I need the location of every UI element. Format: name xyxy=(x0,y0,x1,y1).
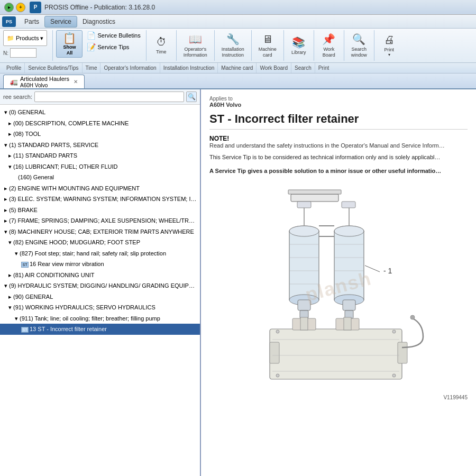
tree-item-82[interactable]: ▾ (82) ENGINE HOOD; MUDGUARD; FOOT STEP xyxy=(0,237,200,248)
tree-item-827[interactable]: ▾ (827) Foot step; stair; hand rail; saf… xyxy=(0,248,200,259)
svg-point-34 xyxy=(392,330,396,333)
library-group: 📚 Library xyxy=(287,30,314,61)
tl-work-board: Work Board xyxy=(257,63,291,73)
tree-item-8-machinery[interactable]: ▾ (8) MACHINERY HOUSE; CAB; EXTERIOR TRI… xyxy=(0,226,200,237)
expand-icon-827: ▾ xyxy=(15,250,20,257)
operators-info-button[interactable]: 📖 Operator'sInformation xyxy=(180,32,211,59)
expand-icon-7: ▸ xyxy=(4,217,9,224)
tree-item-16-rear[interactable]: ST16 Rear view mirror vibration xyxy=(0,259,200,270)
tree-item-3-elec[interactable]: ▸ (3) ELEC. SYSTEM; WARNING SYSTEM; INFO… xyxy=(0,194,200,205)
title-bar: ▸ + P PROSIS Offline - Publication: 3.16… xyxy=(0,0,476,15)
search-icon: 🔍 xyxy=(188,93,196,100)
svg-rect-43 xyxy=(297,202,311,208)
tree-item-90[interactable]: ▸ (90) GENERAL xyxy=(0,291,200,303)
menu-service[interactable]: Service xyxy=(44,16,77,28)
tree-item-81-air[interactable]: ▸ (81) AIR CONDITIONING UNIT xyxy=(0,270,200,281)
n-label: N: xyxy=(3,50,8,56)
dropdown-arrow-icon: ▾ xyxy=(40,35,43,42)
title-bar-buttons[interactable]: ▸ + xyxy=(4,3,25,12)
toolbar: 📁 Products ▾ N: 📋 ShowAll 📄 Service Bull… xyxy=(0,29,476,63)
search-input[interactable] xyxy=(34,91,184,102)
paragraph2-bold: A Service Tip gives a possible solution … xyxy=(209,168,441,174)
work-board-label: WorkBoard xyxy=(323,47,335,58)
applies-to-value: A60H Volvo xyxy=(209,102,468,108)
tree-item-13-st[interactable]: ST13 ST - Incorrect filter retainer xyxy=(0,324,200,335)
expand-icon-1: ▾ xyxy=(4,142,9,148)
tl-operators: Operator's Information xyxy=(100,63,160,73)
svg-rect-0 xyxy=(291,194,338,202)
machine-card-label: Machinecard xyxy=(259,47,277,58)
tree-item-160[interactable]: (160) General xyxy=(0,172,200,183)
service-tips-item[interactable]: 📝 Service Tips xyxy=(85,42,142,52)
search-button[interactable]: 🔍 xyxy=(186,91,197,102)
maximize-button[interactable]: + xyxy=(16,3,25,12)
n-input[interactable] xyxy=(10,48,36,58)
machine-card-icon: 🖥 xyxy=(262,33,273,45)
menu-bar: PS Parts Service Diagnostics xyxy=(0,15,476,29)
expand-icon-16: ▾ xyxy=(8,163,13,170)
service-submenu: 📄 Service Bulletins 📝 Service Tips xyxy=(85,30,142,52)
search-bar: ree search: 🔍 xyxy=(0,89,200,105)
machine-card-button[interactable]: 🖥 Machinecard xyxy=(255,32,280,59)
service-bulletins-item[interactable]: 📄 Service Bulletins xyxy=(85,30,142,41)
machine-card-group: 🖥 Machinecard xyxy=(255,30,284,61)
menu-parts[interactable]: Parts xyxy=(19,16,44,27)
right-panel: Applies to A60H Volvo ST - Incorrect fil… xyxy=(201,89,476,476)
installation-group: 🔧 InstallationInstruction xyxy=(218,30,252,61)
menu-diagnostics[interactable]: Diagnostics xyxy=(77,16,121,27)
svg-point-42 xyxy=(410,315,415,319)
tree-item-7-frame[interactable]: ▸ (7) FRAME; SPRINGS; DAMPING; AXLE SUSP… xyxy=(0,215,200,226)
tree-item-11[interactable]: ▸ (11) STANDARD PARTS xyxy=(0,150,200,161)
tab-close-button[interactable]: ✕ xyxy=(74,79,78,85)
minimize-button[interactable]: ▸ xyxy=(4,3,14,12)
library-icon: 📚 xyxy=(292,36,305,49)
note-text: Read and understand the safety instructi… xyxy=(209,142,468,149)
search-window-button[interactable]: 🔍 Searchwindow xyxy=(347,32,371,59)
tl-search: Search xyxy=(291,63,315,73)
time-group: ⏱ Time xyxy=(150,30,177,61)
doc-icon-blue-selected: ST xyxy=(21,327,29,333)
tab-label: Articulated HaulersA60H Volvo xyxy=(20,76,69,88)
products-dropdown[interactable]: 📁 Products ▾ xyxy=(3,30,47,46)
library-button[interactable]: 📚 Library xyxy=(287,32,310,59)
svg-point-11 xyxy=(289,226,319,236)
svg-rect-44 xyxy=(342,202,355,208)
expand-icon-90: ▸ xyxy=(8,294,13,300)
tree-item-2-engine[interactable]: ▸ (2) ENGINE WITH MOUNTING AND EQUIPMENT xyxy=(0,183,200,194)
tree-item-911[interactable]: ▾ (911) Tank; line; oil cooling; filter;… xyxy=(0,313,200,324)
expand-icon: ▾ xyxy=(4,109,9,115)
work-board-icon: 📌 xyxy=(322,33,335,45)
tree-item-5-brake[interactable]: ▸ (5) BRAKE xyxy=(0,205,200,216)
work-board-button[interactable]: 📌 WorkBoard xyxy=(317,32,341,59)
tree-item-1-standard[interactable]: ▾ (1) STANDARD PARTS, SERVICE xyxy=(0,140,200,151)
tab-articulated-haulers[interactable]: 🚛 Articulated HaulersA60H Volvo ✕ xyxy=(3,75,85,88)
toolbar-labels: Profile Service Bulletins/Tips Time Oper… xyxy=(0,63,476,74)
service-bulletins-label: Service Bulletins xyxy=(97,32,140,39)
folder-icon: 📁 xyxy=(7,35,14,42)
expand-icon-5: ▸ xyxy=(4,207,9,213)
tree-item-91[interactable]: ▾ (91) WORKING HYDRAULICS; SERVO HYDRAUL… xyxy=(0,302,200,313)
installation-button[interactable]: 🔧 InstallationInstruction xyxy=(218,32,248,59)
service-tips-group: 📋 ShowAll 📄 Service Bulletins 📝 Service … xyxy=(56,30,146,61)
tree-item-00-desc[interactable]: ▸ (00) DESCRIPTION, COMPLETE MACHINE xyxy=(0,118,200,129)
tree-item-08-tool[interactable]: ▸ (08) TOOL xyxy=(0,129,200,140)
tree-item-9-hydraulic[interactable]: ▾ (9) HYDRAULIC SYSTEM; DIGGING/ HANDLIN… xyxy=(0,280,200,291)
expand-icon-9: ▾ xyxy=(4,282,9,289)
expand-icon-8: ▾ xyxy=(4,228,9,235)
show-all-icon: 📋 xyxy=(63,32,76,44)
search-window-icon: 🔍 xyxy=(352,33,365,45)
time-button[interactable]: ⏱ Time xyxy=(150,32,173,59)
show-all-button[interactable]: 📋 ShowAll xyxy=(56,30,83,58)
library-label: Library xyxy=(291,50,306,56)
tl-profile: Profile xyxy=(3,63,25,73)
app-logo: P xyxy=(30,2,41,13)
tree-item-0-general[interactable]: ▾ (0) GENERAL xyxy=(0,107,200,118)
search-window-label: Searchwindow xyxy=(351,47,367,58)
svg-line-27 xyxy=(365,266,380,272)
print-button[interactable]: 🖨 Print ▾ xyxy=(378,32,401,59)
svg-point-35 xyxy=(276,374,279,377)
tree-item-16[interactable]: ▾ (16) LUBRICANT; FUEL; OTHER FLUID xyxy=(0,161,200,172)
svg-rect-3 xyxy=(288,190,341,194)
expand-icon-91: ▾ xyxy=(8,304,13,310)
content-title: ST - Incorrect filter retainer xyxy=(209,112,468,130)
